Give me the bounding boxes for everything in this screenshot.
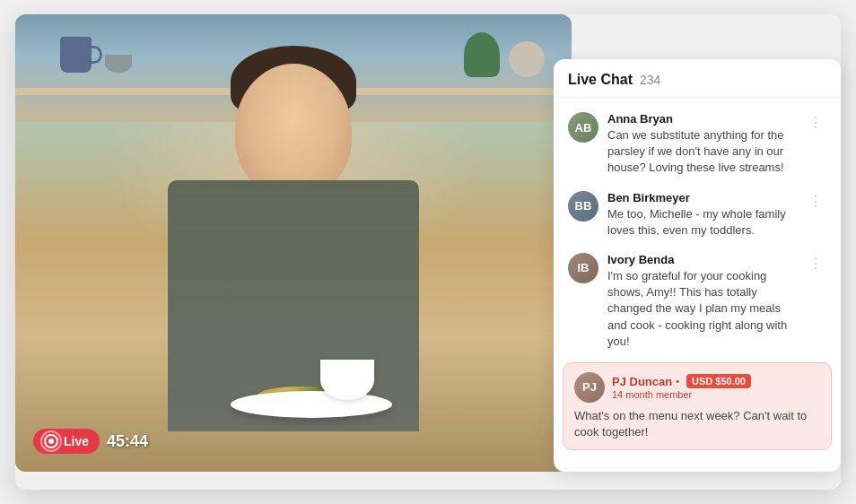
msg-content-ivory: Ivory Benda I'm so grateful for your coo… [607, 253, 796, 350]
highlight-text: What's on the menu next week? Can't wait… [574, 408, 820, 440]
chat-panel: Live Chat 234 AB Anna Bryan Can we subst… [554, 59, 841, 472]
highlight-name-row: PJ Duncan • USD $50.00 [612, 374, 820, 388]
live-button[interactable]: Live [33, 429, 100, 454]
msg-name-anna: Anna Bryan [607, 112, 796, 126]
msg-options-ben[interactable]: ⋮ [805, 191, 826, 212]
avatar-anna-initials: AB [568, 112, 598, 143]
chat-message-anna: AB Anna Bryan Can we substitute anything… [554, 105, 841, 184]
live-label: Live [64, 434, 89, 448]
live-badge: Live 45:44 [33, 429, 148, 454]
msg-text-ivory: I'm so grateful for your cooking shows, … [607, 268, 796, 350]
main-container: Live 45:44 Live Chat 234 AB Anna Bryan C… [15, 14, 841, 490]
msg-options-ivory[interactable]: ⋮ [805, 253, 826, 274]
highlight-separator: • [676, 376, 679, 387]
plate [231, 391, 392, 418]
msg-text-ben: Me too, Michelle - my whole family loves… [607, 206, 796, 239]
plant-decoration [464, 32, 500, 77]
avatar-pj-initials: PJ [574, 372, 605, 403]
chat-header: Live Chat 234 [554, 59, 841, 98]
bowl [320, 360, 374, 400]
chat-count: 234 [640, 73, 660, 87]
avatar-anna: AB [568, 112, 598, 143]
video-panel: Live 45:44 [15, 14, 572, 472]
chat-message-highlighted-pj: PJ PJ Duncan • USD $50.00 14 month membe… [563, 362, 832, 450]
msg-content-anna: Anna Bryan Can we substitute anything fo… [607, 112, 796, 177]
plate-area [222, 382, 401, 418]
member-tag: 14 month member [612, 389, 820, 400]
avatar-pj: PJ [574, 372, 605, 403]
avatar-ben: BB [568, 191, 598, 222]
highlight-name: PJ Duncan [612, 375, 672, 388]
msg-text-anna: Can we substitute anything for the parsl… [607, 127, 796, 177]
chat-messages[interactable]: AB Anna Bryan Can we substitute anything… [554, 98, 841, 472]
chat-message-ivory: IB Ivory Benda I'm so grateful for your … [554, 246, 841, 357]
live-timestamp: 45:44 [107, 432, 148, 451]
clock-decoration [509, 41, 545, 77]
chat-message-ben: BB Ben Birkmeyer Me too, Michelle - my w… [554, 184, 841, 246]
bowl-decoration [105, 55, 132, 73]
avatar-ivory-initials: IB [568, 253, 598, 283]
live-indicator-icon [44, 434, 58, 448]
mug-decoration [60, 37, 92, 73]
msg-name-ivory: Ivory Benda [607, 253, 796, 266]
avatar-ben-initials: BB [568, 191, 598, 222]
avatar-ivory: IB [568, 253, 598, 283]
highlight-header: PJ PJ Duncan • USD $50.00 14 month membe… [574, 372, 820, 403]
chat-title: Live Chat [568, 72, 633, 88]
person-face [235, 64, 352, 198]
msg-content-ben: Ben Birkmeyer Me too, Michelle - my whol… [607, 191, 796, 239]
usd-badge: USD $50.00 [686, 374, 751, 388]
highlight-name-block: PJ Duncan • USD $50.00 14 month member [612, 374, 820, 400]
msg-name-ben: Ben Birkmeyer [607, 191, 796, 204]
msg-options-anna[interactable]: ⋮ [805, 112, 826, 133]
